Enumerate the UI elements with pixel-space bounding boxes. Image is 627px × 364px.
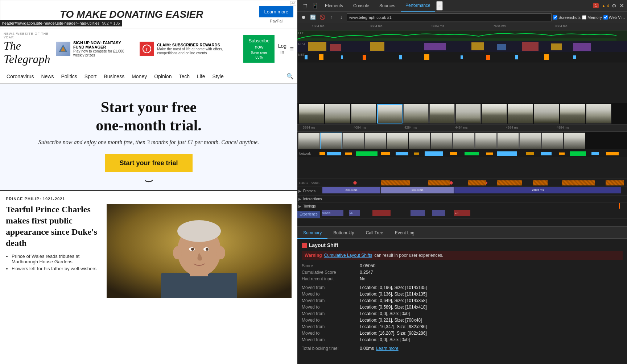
tab-console[interactable]: Console <box>349 0 374 12</box>
element-tooltip: header#navigation.site-header.site-heade… <box>0 20 122 26</box>
article-title[interactable]: Tearful Prince Charles makes first publi… <box>6 204 101 249</box>
moved-to4-value: Location: [16,287], Size: [982x286] <box>360 331 427 336</box>
tab-elements[interactable]: Elements <box>321 0 347 12</box>
tab-sources[interactable]: Sources <box>375 0 400 12</box>
url-bar[interactable] <box>347 13 552 21</box>
reload-record-button[interactable]: 🔄 <box>309 13 317 21</box>
screenshots-checkbox[interactable] <box>553 15 557 20</box>
ad-learn-more-button[interactable]: Learn more <box>259 6 293 17</box>
moved-to1-row: Moved to Location: [0,136], Size: [1014x… <box>302 292 623 297</box>
clear-button[interactable]: 🚫 <box>318 13 326 21</box>
site-logo[interactable]: The Telegraph <box>4 39 56 66</box>
header-left: NEWS WEBSITE OF THE YEAR The Telegraph <box>4 32 56 66</box>
layout-shift-bar: ut Shift <box>322 210 343 216</box>
nav-item-money[interactable]: Money <box>129 69 150 84</box>
perf-tracks: FPS CPU <box>297 30 627 103</box>
fps-track: FPS <box>297 30 627 41</box>
svg-rect-39 <box>356 151 378 156</box>
nav-item-tech[interactable]: Tech <box>176 69 193 84</box>
layout-shift-bar <box>411 210 425 216</box>
z-screenshot <box>342 133 364 149</box>
svg-point-8 <box>177 220 221 242</box>
svg-rect-20 <box>471 42 484 50</box>
timings-expand-button[interactable]: ▶ <box>297 204 302 208</box>
nav-item-opinion[interactable]: Opinion <box>151 69 174 84</box>
frame-segment-2: 149.4 ms <box>381 187 454 193</box>
btab-calltree[interactable]: Call Tree <box>360 227 389 239</box>
nav-item-news[interactable]: News <box>38 69 57 84</box>
close-devtools-button[interactable]: ✕ <box>619 2 624 9</box>
z-screenshot <box>387 133 408 149</box>
down-arrow-button[interactable]: ↓ <box>337 13 345 21</box>
z-screenshot <box>519 133 541 149</box>
promo-fantasy[interactable]: SIGN UP NOW: FANTASY FUND MANAGER Play n… <box>56 41 132 57</box>
nav-item-coronavirus[interactable]: Coronavirus <box>4 69 37 84</box>
memory-checkbox-label[interactable]: Memory <box>582 15 602 20</box>
btab-eventlog[interactable]: Event Log <box>389 227 420 239</box>
warning-link[interactable]: Cumulative Layout Shifts <box>324 253 372 258</box>
inspect-element-button[interactable]: ⬚ <box>300 2 309 9</box>
long-task-bar <box>533 180 548 185</box>
moved-from2-row: Moved from Location: [0,649], Size: [101… <box>302 298 623 303</box>
search-icon[interactable]: 🔍 <box>286 73 294 80</box>
settings-button[interactable]: ⚙ <box>612 3 616 9</box>
moved-to3-value: Location: [0,221], Size: [708x48] <box>360 318 422 323</box>
experience-label-button[interactable]: Experience <box>297 211 320 218</box>
moved-from1-row: Moved from Location: [0,196], Size: [101… <box>302 285 623 290</box>
screenshot-thumb <box>534 104 559 124</box>
login-button[interactable]: Log in <box>277 43 287 55</box>
tab-more-button[interactable]: » <box>436 1 443 11</box>
device-toolbar-button[interactable]: 📱 <box>310 2 319 9</box>
cumulative-score-label: Cumulative Score <box>302 270 360 275</box>
nav-item-politics[interactable]: Politics <box>58 69 80 84</box>
long-tasks-label: LONG TASKS <box>297 181 323 185</box>
nav-item-sport[interactable]: Sport <box>82 69 99 84</box>
frames-label: Frames <box>302 189 322 193</box>
tooltip-size: 982 × 135 <box>102 21 120 25</box>
svg-rect-31 <box>461 55 463 59</box>
nav-item-style[interactable]: Style <box>210 69 227 84</box>
btab-summary[interactable]: Summary <box>297 227 327 239</box>
timings-row: ▶ Timings <box>297 203 627 210</box>
z-screenshot-active <box>320 133 342 149</box>
svg-point-13 <box>173 246 182 259</box>
promo-rewards-icon: r <box>140 42 154 56</box>
warning-label: Warning <box>305 253 322 258</box>
btab-bottomup[interactable]: Bottom-Up <box>327 227 360 239</box>
z-screenshot <box>475 133 497 149</box>
nav-item-life[interactable]: Life <box>194 69 208 84</box>
promo-rewards[interactable]: r CLAIM: SUBSCRIBER REWARDS Make the mos… <box>140 42 243 56</box>
cpu-track: CPU <box>297 41 627 52</box>
svg-rect-23 <box>551 43 562 50</box>
moved-to4-row: Moved to Location: [16,287], Size: [982x… <box>302 331 623 336</box>
record-button[interactable]: ⏺ <box>300 13 308 21</box>
screenshot-thumb <box>325 104 350 124</box>
tab-performance[interactable]: Performance <box>401 0 435 12</box>
experience-row: Experience ut Shift La L..t <box>297 210 627 219</box>
memory-checkbox[interactable] <box>582 15 586 20</box>
web-vitals-checkbox[interactable] <box>603 15 608 20</box>
frames-expand-button[interactable]: ▶ <box>297 189 302 194</box>
subscribe-button[interactable]: Subscribe now Save over 85% <box>243 35 275 63</box>
header-promos: SIGN UP NOW: FANTASY FUND MANAGER Play n… <box>56 41 243 57</box>
moved-to1-label: Moved to <box>302 292 360 297</box>
nav-item-business[interactable]: Business <box>101 69 127 84</box>
blocking-label: Total blocking time: <box>302 346 360 351</box>
ruler-mark-4: 7684 ms <box>493 24 506 28</box>
screenshots-checkbox-label[interactable]: Screenshots <box>553 15 581 20</box>
z-screenshot <box>453 133 475 149</box>
screenshot-thumb <box>455 104 481 124</box>
learn-more-link[interactable]: Learn more <box>376 346 398 351</box>
moved-from5-value: Location: [0,0], Size: [0x0] <box>360 337 410 342</box>
start-trial-button[interactable]: Start your free trial <box>105 154 192 172</box>
web-vitals-checkbox-label[interactable]: Web Vi... <box>603 15 625 20</box>
svg-rect-26 <box>319 54 323 60</box>
z-ruler-mark-6: 4884 ms <box>557 126 569 129</box>
svg-rect-48 <box>526 152 534 155</box>
up-arrow-button[interactable]: ↑ <box>328 13 336 21</box>
article-bullets: Prince of Wales reads tributes at Marlbo… <box>6 254 101 271</box>
interactions-expand-button[interactable]: ▶ <box>297 197 302 201</box>
timeline-ruler: 1684 ms 3684 ms 5684 ms 7684 ms 9684 ms <box>297 23 627 30</box>
svg-rect-49 <box>541 152 552 155</box>
menu-button[interactable]: ≡ <box>290 45 294 53</box>
